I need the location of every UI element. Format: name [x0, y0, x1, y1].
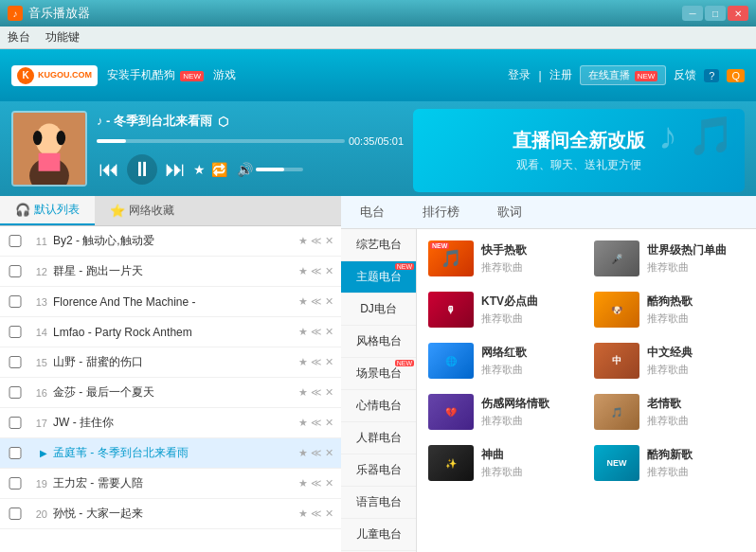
header-right: 登录 | 注册 在线直播 NEW 反馈 ? Q — [508, 65, 745, 85]
controls: ⏮ ⏸ ⏭ ★ 🔁 🔊 — [97, 154, 404, 185]
banner[interactable]: 直播间全新改版 观看、聊天、送礼更方便 ♪ 🎵 — [413, 109, 745, 192]
content-card-kugou-hot[interactable]: 🐶 酷狗热歌 推荐歌曲 — [590, 288, 748, 331]
song-checkbox[interactable] — [8, 507, 23, 520]
song-checkbox[interactable] — [8, 356, 23, 368]
live-btn[interactable]: 在线直播 NEW — [580, 65, 667, 85]
qa-button[interactable]: Q — [727, 69, 745, 82]
song-checkbox[interactable] — [8, 326, 23, 338]
content-card-old[interactable]: 🎵 老情歌 推荐歌曲 — [590, 390, 748, 434]
delete-song-icon[interactable]: ✕ — [325, 295, 333, 308]
song-name: 山野 - 甜蜜的伤口 — [53, 354, 298, 370]
content-card-sad[interactable]: 💔 伤感网络情歌 推荐歌曲 — [424, 390, 583, 434]
next-button[interactable]: ⏭ — [163, 157, 188, 182]
station-item-crowd[interactable]: 人群电台 — [341, 422, 416, 454]
favorite-song-icon[interactable]: ★ — [298, 386, 308, 399]
song-checkbox[interactable] — [8, 447, 23, 459]
station-item-instrument[interactable]: 乐器电台 — [341, 454, 416, 487]
svg-point-4 — [33, 131, 43, 145]
share-song-icon[interactable]: ≪ — [311, 417, 322, 429]
delete-song-icon[interactable]: ✕ — [325, 447, 333, 459]
volume-control[interactable]: 🔊 — [237, 162, 303, 177]
content-card-net[interactable]: 🌐 网络红歌 推荐歌曲 — [424, 339, 583, 383]
tab-default-list[interactable]: 🎧 默认列表 — [0, 196, 95, 225]
content-card-god[interactable]: ✨ 神曲 推荐歌曲 — [424, 441, 583, 485]
song-checkbox[interactable] — [8, 386, 23, 399]
volume-bar[interactable] — [256, 168, 303, 171]
station-item-variety[interactable]: 综艺电台 — [341, 229, 416, 261]
minimize-button[interactable]: ─ — [682, 6, 703, 21]
content-card-world[interactable]: 🎤 世界级热门单曲 推荐歌曲 — [590, 237, 748, 280]
share-song-icon[interactable]: ≪ — [311, 265, 322, 277]
help-button[interactable]: ? — [704, 69, 719, 82]
register-link[interactable]: 注册 — [549, 67, 572, 83]
pause-button[interactable]: ⏸ — [127, 154, 157, 185]
prev-button[interactable]: ⏮ — [97, 157, 121, 182]
progress-bar[interactable] — [97, 139, 345, 143]
delete-song-icon[interactable]: ✕ — [325, 356, 333, 368]
delete-song-icon[interactable]: ✕ — [325, 477, 333, 490]
table-row: 17 JW - 挂住你 ★ ≪ ✕ — [0, 408, 341, 438]
title-left: ♪ 音乐播放器 — [8, 5, 90, 22]
maximize-button[interactable]: □ — [705, 6, 726, 21]
tab-lyrics[interactable]: 歌词 — [478, 200, 541, 224]
content-card-cn-classic[interactable]: 中 中文经典 推荐歌曲 — [590, 339, 748, 383]
favorite-icon[interactable]: ★ — [193, 162, 206, 177]
favorite-song-icon[interactable]: ★ — [298, 477, 308, 490]
favorite-song-icon[interactable]: ★ — [298, 356, 308, 368]
station-item-dj[interactable]: DJ电台 — [341, 294, 416, 326]
login-link[interactable]: 登录 — [508, 67, 531, 83]
close-button[interactable]: ✕ — [728, 6, 748, 21]
tab-network-collection[interactable]: ⭐ 网络收藏 — [95, 196, 189, 225]
favorite-song-icon[interactable]: ★ — [298, 507, 308, 520]
favorite-song-icon[interactable]: ★ — [298, 295, 308, 308]
song-checkbox[interactable] — [8, 417, 23, 429]
share-song-icon[interactable]: ≪ — [311, 507, 322, 520]
banner-sub: 观看、聊天、送礼更方便 — [516, 157, 641, 173]
repeat-icon[interactable]: 🔁 — [211, 162, 227, 177]
delete-song-icon[interactable]: ✕ — [325, 265, 333, 277]
station-item-style[interactable]: 风格电台 — [341, 326, 416, 358]
games-link[interactable]: 游戏 — [213, 67, 236, 83]
favorite-song-icon[interactable]: ★ — [298, 447, 308, 459]
content-card-new[interactable]: NEW 酷狗新歌 推荐歌曲 — [590, 441, 748, 485]
song-checkbox[interactable] — [8, 477, 23, 490]
station-item-scene[interactable]: 场景电台 NEW — [341, 358, 416, 390]
install-link[interactable]: 安装手机酷狗 NEW — [107, 67, 204, 83]
share-icon[interactable]: ⬡ — [218, 115, 228, 129]
delete-song-icon[interactable]: ✕ — [325, 507, 333, 520]
station-item-children[interactable]: 儿童电台 — [341, 519, 416, 551]
song-checkbox[interactable] — [8, 295, 23, 308]
thumb-ktv: 🎙 — [428, 292, 474, 328]
menu-item-hotkeys[interactable]: 功能键 — [45, 29, 80, 45]
favorite-song-icon[interactable]: ★ — [298, 235, 308, 247]
share-song-icon[interactable]: ≪ — [311, 295, 322, 308]
song-checkbox[interactable] — [8, 235, 23, 247]
delete-song-icon[interactable]: ✕ — [325, 417, 333, 429]
delete-song-icon[interactable]: ✕ — [325, 326, 333, 338]
share-song-icon[interactable]: ≪ — [311, 235, 322, 247]
favorite-song-icon[interactable]: ★ — [298, 265, 308, 277]
volume-fill — [256, 168, 284, 171]
share-song-icon[interactable]: ≪ — [311, 477, 322, 490]
favorite-song-icon[interactable]: ★ — [298, 326, 308, 338]
content-card-hot[interactable]: 🎵 NEW 快手热歌 推荐歌曲 — [424, 237, 583, 280]
tab-chart[interactable]: 排行榜 — [404, 200, 478, 224]
station-item-mood[interactable]: 心情电台 — [341, 390, 416, 422]
station-item-theme[interactable]: 主题电台 NEW — [341, 261, 416, 294]
share-song-icon[interactable]: ≪ — [311, 326, 322, 338]
delete-song-icon[interactable]: ✕ — [325, 386, 333, 399]
share-song-icon[interactable]: ≪ — [311, 356, 322, 368]
share-song-icon[interactable]: ≪ — [311, 386, 322, 399]
menu-item-switch[interactable]: 换台 — [8, 29, 30, 45]
share-song-icon[interactable]: ≪ — [311, 447, 322, 459]
content-card-ktv[interactable]: 🎙 KTV必点曲 推荐歌曲 — [424, 288, 583, 331]
tab-radio[interactable]: 电台 — [341, 200, 404, 224]
card-title: 伤感网络情歌 — [481, 396, 579, 412]
station-item-language[interactable]: 语言电台 — [341, 487, 416, 519]
menu-bar: 换台 功能键 — [0, 27, 756, 49]
song-checkbox[interactable] — [8, 265, 23, 277]
fans-link[interactable]: 反馈 — [674, 67, 696, 83]
delete-song-icon[interactable]: ✕ — [325, 235, 333, 247]
song-name: 王力宏 - 需要人陪 — [53, 475, 298, 491]
favorite-song-icon[interactable]: ★ — [298, 417, 308, 429]
